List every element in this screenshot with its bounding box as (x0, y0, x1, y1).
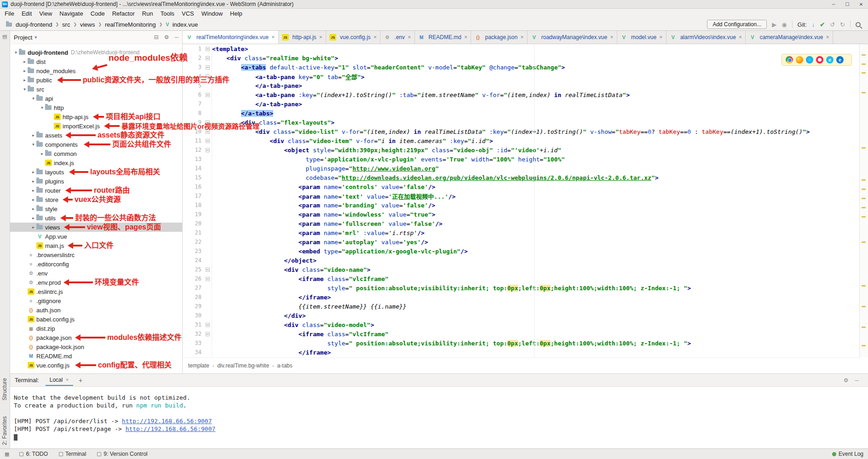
editor-tab-roadwaymanage-index-vue[interactable]: VroadwayManage\index.vue✕ (528, 31, 617, 44)
tree-item-common[interactable]: ▸common (10, 149, 182, 158)
menu-view[interactable]: View (35, 10, 56, 17)
chevron-right-icon[interactable]: ▸ (30, 179, 36, 184)
code-line[interactable]: 16 <param name='controls' value='false'/… (183, 182, 859, 191)
code-line[interactable]: 34 </iframe> (183, 348, 859, 357)
firefox-icon[interactable] (796, 56, 803, 63)
collapse-all-icon[interactable]: ⊟ (154, 34, 159, 40)
code-line[interactable]: 23 <embed type="application/x-google-vlc… (183, 247, 859, 256)
chevron-right-icon[interactable]: ▸ (30, 197, 36, 202)
code-line[interactable]: 30 </div> (183, 311, 859, 320)
error-stripe[interactable] (859, 44, 868, 357)
breadcrumb-item-duoji-frontend[interactable]: duoji-frontend (15, 21, 53, 28)
tree-item-package-lock-json[interactable]: {}package-lock.json (10, 342, 182, 351)
tree-item-env[interactable]: ⚙.env (10, 269, 182, 278)
code-line[interactable]: 6 <a-tab-pane :key="(index+1).toString()… (183, 90, 859, 99)
code-line[interactable]: 14 pluginspage="http://www.videolan.org" (183, 164, 859, 173)
tree-item-public[interactable]: ▸public (10, 75, 182, 85)
code-line[interactable]: 22 <param name='autoplay' value='yes'/> (183, 237, 859, 247)
tree-item-importexcel-js[interactable]: JSimportExcel.js (10, 121, 182, 131)
code-line[interactable]: 2 <div class="realTime bg-white"> (183, 53, 859, 63)
chrome-icon[interactable] (786, 56, 793, 63)
tree-item-babel-config-js[interactable]: JSbabel.config.js (10, 315, 182, 324)
settings-gear-icon[interactable]: ⚙ (164, 34, 169, 40)
tree-item-gitignore[interactable]: ≡.gitignore (10, 296, 182, 305)
tree-item-env-prod[interactable]: ⚙.env.prod (10, 278, 182, 287)
warning-tick[interactable] (862, 179, 866, 181)
tree-item-plugins[interactable]: ▸plugins (10, 177, 182, 186)
ie-icon[interactable]: e (826, 56, 834, 63)
breadcrumb-item-views[interactable]: views (79, 21, 96, 28)
editor-tab-env[interactable]: ⚙.env✕ (380, 31, 414, 44)
edge-icon[interactable]: e (836, 56, 844, 63)
close-icon[interactable]: ✕ (464, 35, 468, 40)
tree-item-node-modules[interactable]: ▸node_modules (10, 66, 182, 75)
fold-marker-icon[interactable] (203, 332, 212, 336)
close-button[interactable]: ✕ (854, 0, 868, 8)
chevron-right-icon[interactable]: ▸ (30, 207, 36, 211)
tree-item-components[interactable]: ▾components (10, 140, 182, 149)
fold-marker-icon[interactable] (203, 93, 212, 97)
code-line[interactable]: 32 <iframe class="vlcIframe" (183, 329, 859, 339)
git-revert-icon[interactable]: ↺ (830, 21, 835, 28)
menu-run[interactable]: Run (138, 10, 157, 17)
close-icon[interactable]: ✕ (374, 35, 377, 40)
editor-tab-cameramanage-index-vue[interactable]: VcameraManage\index.vue✕ (746, 31, 833, 44)
safari-icon[interactable] (806, 56, 813, 63)
editor[interactable]: 1<template>2 <div class="realTime bg-whi… (183, 44, 859, 357)
chevron-down-icon[interactable]: ▾ (22, 87, 28, 92)
chevron-right-icon[interactable]: ▸ (22, 78, 28, 82)
editor-tab-readme-md[interactable]: MREADME.md✕ (415, 31, 471, 44)
tree-item-utils[interactable]: ▸utils (10, 213, 182, 223)
tree-item-index-js[interactable]: JSindex.js (10, 158, 182, 167)
fold-marker-icon[interactable] (203, 65, 212, 69)
settings-gear-icon[interactable]: ⚙ (844, 377, 849, 384)
chevron-right-icon[interactable]: ▸ (22, 59, 28, 64)
menu-navigate[interactable]: Navigate (56, 10, 86, 17)
menu-refactor[interactable]: Refactor (109, 10, 138, 17)
terminal-output[interactable]: Note that the development build is not o… (10, 387, 868, 441)
breadcrumb-item-src[interactable]: src (61, 21, 71, 28)
fold-marker-icon[interactable] (203, 120, 212, 125)
code-area[interactable]: 1<template>2 <div class="realTime bg-whi… (183, 44, 859, 357)
close-icon[interactable]: ✕ (271, 35, 275, 40)
warning-tick[interactable] (862, 54, 866, 56)
code-line[interactable]: 20 <param name='fullscreen' value='false… (183, 219, 859, 228)
editor-tab-model-vue[interactable]: Vmodel.vue✕ (617, 31, 667, 44)
menu-vcs[interactable]: VCS (178, 10, 198, 17)
tree-item-layouts[interactable]: ▸layouts (10, 167, 182, 177)
toolwindow-button-2-favorites[interactable]: 2: Favorites (1, 416, 8, 445)
close-icon[interactable]: ✕ (520, 35, 524, 40)
tree-item-router[interactable]: ▸router (10, 186, 182, 195)
fold-marker-icon[interactable] (203, 56, 212, 60)
tree-item-eslintrc-js[interactable]: JS.eslintrc.js (10, 287, 182, 296)
code-line[interactable]: 12 <object style="width:390px;height:219… (183, 145, 859, 155)
breadcrumb-item-div-realtime-bg-white[interactable]: div.realTime.bg-white (217, 362, 269, 369)
code-line[interactable]: 11 <div class="video-item" v-for="i in i… (183, 136, 859, 145)
editor-tab-realtimemonitoring-index-vue[interactable]: VrealTimeMonitoring\index.vue✕ (183, 31, 279, 44)
terminal-link[interactable]: http://192.168.66.56:9007 (122, 418, 212, 425)
code-line[interactable]: 27 style=" position:absolute;visibility:… (183, 283, 859, 293)
menu-edit[interactable]: Edit (18, 10, 35, 17)
terminal-link[interactable]: http://192.168.66.56:9007 (126, 425, 216, 432)
fold-marker-icon[interactable] (203, 268, 212, 272)
menu-code[interactable]: Code (87, 10, 109, 17)
code-line[interactable]: 18 <param name='branding' value='false'/… (183, 201, 859, 210)
terminal-button[interactable]: Terminal (59, 451, 86, 457)
search-icon[interactable] (856, 22, 861, 27)
todo-button[interactable]: 6: TODO (19, 451, 48, 457)
tree-item-style[interactable]: ▸style (10, 204, 182, 213)
warning-tick[interactable] (862, 147, 866, 149)
chevron-right-icon[interactable]: ▸ (22, 69, 28, 73)
code-line[interactable]: 13 type='application/x-vlc-plugin' event… (183, 155, 859, 164)
chevron-right-icon[interactable]: ▸ (30, 188, 36, 193)
editor-tab-vue-config-js[interactable]: JSvue.config.js✕ (326, 31, 380, 44)
chevron-right-icon[interactable]: ▸ (30, 133, 36, 138)
maximize-button[interactable]: ☐ (840, 0, 854, 8)
fold-marker-icon[interactable] (203, 323, 212, 327)
close-icon[interactable]: ✕ (659, 35, 663, 40)
project-panel-title[interactable]: Project (14, 34, 32, 41)
code-line[interactable]: 21 <param name='mrl' :value='i.rtsp'/> (183, 228, 859, 237)
tree-item-auth-json[interactable]: {}auth.json (10, 305, 182, 315)
terminal-tab-local[interactable]: Local ✕ (46, 375, 73, 386)
close-icon[interactable]: ✕ (408, 35, 411, 40)
